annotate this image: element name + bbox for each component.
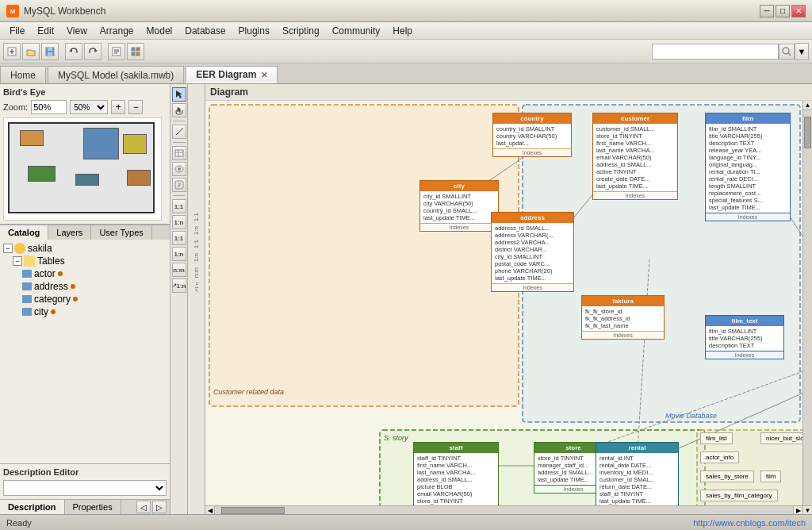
search-button[interactable] [779, 44, 795, 60]
search-input[interactable] [652, 44, 779, 60]
tool-pen[interactable] [172, 125, 186, 139]
table-address-body: address_id SMALL... address VARCHAR(... … [492, 223, 573, 283]
svg-text:S. story: S. story [384, 434, 408, 442]
menu-scripting[interactable]: Scripting [276, 24, 326, 38]
menu-view[interactable]: View [60, 24, 94, 38]
menu-file[interactable]: File [3, 24, 31, 38]
tool-rel-11[interactable]: 1:1 [172, 199, 186, 213]
tab-eer-diagram-label: EER Diagram [196, 69, 256, 80]
tool-table[interactable] [172, 146, 186, 160]
tab-eer-diagram[interactable]: EER Diagram ✕ [186, 66, 278, 83]
tool-routine[interactable] [172, 178, 186, 192]
left-tab-user-types[interactable]: User Types [91, 225, 151, 240]
tree-item-actor[interactable]: actor [22, 268, 167, 279]
zoom-select[interactable]: 50%75%100% [70, 100, 108, 114]
view-sales-by-store[interactable]: sales_by_store [700, 470, 754, 482]
scroll-right-button[interactable]: ▷ [152, 501, 167, 513]
scroll-left-arrow[interactable]: ◀ [205, 506, 215, 514]
diagram-canvas[interactable]: Customer related data Movie Database S. … [205, 101, 812, 514]
view-film-placeholder[interactable]: film [760, 470, 781, 482]
scroll-left-button[interactable]: ◁ [136, 501, 151, 513]
tab-mysql-model[interactable]: MySQL Model (sakila.mwb) [48, 66, 184, 83]
description-dropdown[interactable] [3, 480, 167, 496]
horizontal-scrollbar[interactable]: ◀ ▶ [205, 505, 802, 514]
be-viewport[interactable] [8, 122, 155, 213]
tb-redo[interactable] [84, 43, 102, 60]
vertical-scrollbar[interactable]: ▲ ▼ [802, 101, 812, 514]
svg-rect-17 [136, 52, 140, 56]
tool-select[interactable] [172, 87, 186, 102]
minimize-button[interactable]: ─ [760, 5, 774, 17]
tree-table-icon-city [22, 308, 32, 316]
rel-panel: 1:1 1:n 1:1 1:n n:m ↗1:n [188, 84, 205, 514]
window-controls[interactable]: ─ □ ✕ [760, 5, 806, 17]
tool-rel-11b[interactable]: 1:1 [172, 231, 186, 245]
table-rental[interactable]: rental rental_id INT rental_date DATE...… [596, 442, 679, 514]
view-actor-info[interactable]: actor_info [700, 451, 739, 463]
table-address[interactable]: address address_id SMALL... address VARC… [491, 212, 574, 292]
zoom-in-button[interactable]: + [111, 100, 125, 114]
tb-save[interactable] [41, 43, 59, 60]
scroll-right-arrow[interactable]: ▶ [793, 506, 802, 514]
tree-expander-tables[interactable]: − [13, 256, 22, 266]
table-faktura[interactable]: faktura fk_fk_store_id fk_fk_address_id … [581, 295, 665, 340]
menu-help[interactable]: Help [386, 24, 419, 38]
tab-home[interactable]: Home [0, 66, 46, 83]
tool-rel-1nb[interactable]: 1:n [172, 247, 186, 261]
horizontal-scroll-thumb[interactable] [221, 507, 285, 514]
menu-arrange[interactable]: Arrange [94, 24, 140, 38]
table-staff-header: staff [414, 443, 498, 453]
bottom-tab-properties[interactable]: Properties [65, 500, 121, 514]
diagram-area: Diagram Customer related data Movie Data… [205, 84, 812, 514]
tree-item-category[interactable]: category [22, 294, 167, 305]
birds-eye-title: Bird's Eye [3, 87, 167, 97]
table-city[interactable]: city city_id SMALLINT city VARCHAR(50) c… [419, 180, 499, 232]
tool-rel-nm[interactable]: n:m [172, 263, 186, 277]
svg-text:Customer related data: Customer related data [213, 388, 284, 396]
tb-extra[interactable]: ▼ [795, 43, 809, 60]
tool-rel-1nc[interactable]: ↗1:n [172, 278, 186, 293]
tool-hand[interactable] [172, 103, 186, 117]
table-address-indexes: Indexes [492, 283, 573, 291]
table-country[interactable]: country country_id SMALLINT country VARC… [492, 113, 572, 157]
tab-eer-close-icon[interactable]: ✕ [261, 71, 267, 79]
menu-edit[interactable]: Edit [31, 24, 60, 38]
tb-open[interactable] [22, 43, 40, 60]
tb-undo[interactable] [65, 43, 82, 60]
left-tab-layers[interactable]: Layers [48, 225, 91, 240]
view-sales-by-film[interactable]: sales_by_film_category [700, 490, 778, 501]
close-button[interactable]: ✕ [791, 5, 806, 17]
tree-item-sakila: sakila [28, 243, 52, 254]
tb-diagram[interactable] [127, 43, 144, 60]
tb-new[interactable] [3, 43, 21, 60]
menu-model[interactable]: Model [140, 24, 179, 38]
zoom-out-button[interactable]: − [128, 100, 143, 114]
table-rental-header: rental [596, 443, 678, 453]
table-staff[interactable]: staff staff_id TINYINT first_name VARCH.… [413, 442, 499, 514]
tree-expander-sakila[interactable]: − [3, 244, 13, 253]
menu-database[interactable]: Database [178, 24, 232, 38]
tool-separator-3 [173, 195, 186, 196]
menu-community[interactable]: Community [326, 24, 387, 38]
tool-view[interactable] [172, 162, 186, 176]
menu-plugins[interactable]: Plugins [232, 24, 276, 38]
table-film-text[interactable]: film_text film_id SMALLINT title VARCHAR… [705, 315, 784, 359]
tb-edit[interactable] [108, 43, 125, 60]
view-film-list[interactable]: film_list [700, 432, 733, 444]
tree-dot-actor [58, 271, 63, 276]
tool-rel-1n[interactable]: 1:n [172, 215, 186, 229]
tree-item-address[interactable]: address [22, 281, 167, 292]
table-customer[interactable]: customer customer_id SMALL... store_id T… [592, 113, 678, 200]
scroll-down-button[interactable]: ▼ [803, 505, 812, 514]
title-bar: M MySQL Workbench ─ □ ✕ [0, 0, 812, 22]
scroll-up-button[interactable]: ▲ [803, 101, 812, 110]
table-film-text-indexes: Indexes [706, 351, 783, 359]
left-panel: Bird's Eye Zoom: 50%75%100% + − [0, 84, 170, 514]
left-tab-catalog[interactable]: Catalog [0, 225, 48, 240]
vertical-scroll-thumb[interactable] [804, 117, 811, 148]
table-film[interactable]: film film_id SMALLINT title VARCHAR(255)… [705, 113, 791, 221]
zoom-input[interactable] [31, 100, 67, 114]
tree-item-city[interactable]: city [22, 306, 167, 317]
bottom-tab-description[interactable]: Description [0, 500, 65, 514]
maximize-button[interactable]: □ [776, 5, 790, 17]
